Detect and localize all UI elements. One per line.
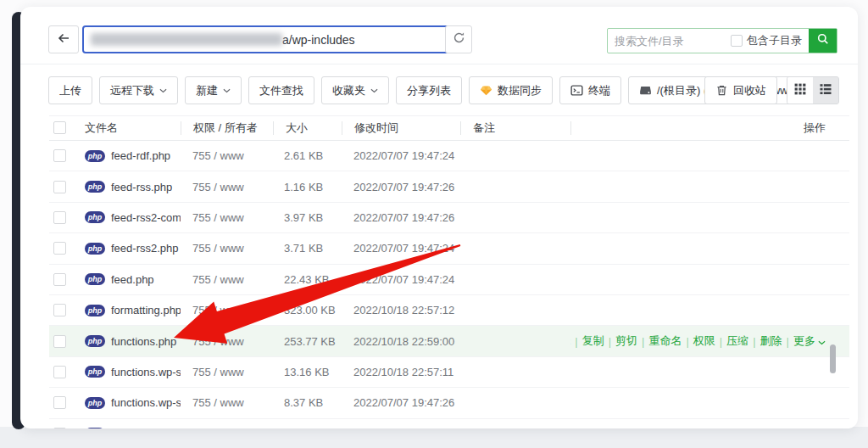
recycle-bin-button[interactable]: 回收站 [704, 76, 777, 104]
php-file-icon: php [85, 211, 105, 223]
toolbar-button-label: 新建 [196, 83, 218, 98]
row-checkbox[interactable] [53, 366, 66, 378]
toolbar-button-label: 远程下载 [110, 83, 154, 98]
action-separator: | [686, 335, 688, 348]
back-button[interactable] [48, 25, 79, 53]
file-action-link[interactable]: 重命名 [648, 333, 682, 349]
row-checkbox[interactable] [53, 181, 66, 193]
table-row[interactable]: phpfeed-rss2-com...755 / www3.97 KB2022/… [49, 203, 849, 233]
refresh-button[interactable] [445, 25, 472, 53]
file-name[interactable]: feed-rss.php [111, 181, 172, 193]
file-action-link[interactable]: 剪切 [615, 333, 637, 349]
more-actions-label: 更多 [793, 333, 815, 349]
search-button[interactable] [809, 29, 837, 53]
toolbar-button-5[interactable]: 分享列表 [396, 76, 462, 104]
toolbar-button-label: 终端 [588, 83, 610, 98]
row-checkbox[interactable] [53, 211, 66, 224]
scrollbar-thumb[interactable] [830, 344, 836, 373]
file-action-link[interactable]: 删除 [760, 333, 782, 349]
file-name[interactable]: feed-rdf.php [111, 149, 170, 162]
row-checkbox[interactable] [53, 428, 66, 428]
chevron-down-icon [370, 88, 378, 93]
row-checkbox[interactable] [53, 396, 66, 409]
header-size[interactable]: 大小 [273, 121, 342, 135]
file-action-link[interactable]: 压缩 [726, 333, 748, 349]
row-checkbox[interactable] [53, 149, 66, 162]
toolbar-button-1[interactable]: 远程下载 [99, 76, 178, 104]
recycle-bin-label: 回收站 [733, 83, 766, 98]
header-permission-owner[interactable]: 权限 / 所有者 [181, 121, 273, 135]
file-permission: 755 / www [181, 366, 273, 378]
grid-view-icon [794, 83, 806, 98]
include-subdir-checkbox[interactable] [731, 35, 743, 47]
table-row[interactable]: phpformatting.php755 / www323.00 KB2022/… [49, 295, 849, 326]
php-file-icon: php [85, 273, 105, 285]
table-row[interactable]: phpfeed-rss2.php755 / www3.71 KB2022/07/… [49, 233, 849, 264]
file-name[interactable]: functions.wp-sc... [111, 366, 181, 378]
action-separator: | [753, 335, 755, 348]
grid-view-button[interactable] [787, 77, 813, 104]
file-size: 155.85 KB [273, 428, 342, 428]
file-name[interactable]: formatting.php [111, 304, 181, 316]
search-input[interactable] [608, 35, 731, 48]
more-actions-link[interactable]: 更多 [793, 333, 826, 349]
table-row[interactable]: phpgeneral-templat...755 / www155.85 KB2… [49, 419, 849, 428]
chevron-down-icon [818, 335, 826, 348]
row-checkbox[interactable] [53, 304, 66, 316]
toolbar-button-7[interactable]: 终端 [559, 76, 621, 104]
table-row[interactable]: phpfunctions.wp-st...755 / www8.37 KB202… [49, 388, 849, 418]
php-file-icon: php [85, 335, 105, 347]
header-mtime[interactable]: 修改时间 [342, 121, 460, 135]
php-file-icon: php [85, 305, 105, 316]
table-row[interactable]: phpfunctions.wp-sc...755 / www13.16 KB20… [49, 357, 849, 388]
header-filename[interactable]: 文件名 [81, 121, 181, 135]
toolbar-button-2[interactable]: 新建 [185, 76, 242, 104]
terminal-icon [570, 84, 583, 97]
file-name[interactable]: general-templat... [111, 428, 181, 428]
table-row[interactable]: phpfeed.php755 / www22.43 KB2022/07/07 1… [49, 265, 849, 295]
table-row[interactable]: phpfunctions.php755 / www253.77 KB2022/1… [49, 326, 849, 356]
row-checkbox[interactable] [53, 273, 66, 286]
left-arrow-icon [57, 31, 70, 48]
file-name[interactable]: feed-rss2-com... [111, 211, 181, 224]
file-size: 13.16 KB [273, 366, 342, 378]
table-row[interactable]: phpfeed-rss.php755 / www1.16 KB2022/07/0… [49, 171, 849, 202]
file-mtime: 2022/07/07 19:47:26 [342, 181, 460, 193]
file-size: 1.16 KB [273, 181, 342, 193]
file-name[interactable]: feed-rss2.php [111, 242, 179, 255]
file-permission: 755 / www [181, 242, 273, 255]
file-name[interactable]: functions.wp-st... [111, 396, 181, 409]
file-mtime: 2022/07/07 19:47:26 [342, 211, 460, 224]
list-view-button[interactable] [813, 77, 838, 104]
action-separator: | [609, 335, 611, 348]
file-name[interactable]: functions.php [111, 335, 176, 348]
file-manager-panel: a/wp-includes 包含子目录 上传远程下载新建文件查找收藏夹分享列表数… [20, 7, 858, 428]
toolbar-button-6[interactable]: 数据同步 [469, 76, 553, 104]
table-row[interactable]: phpfeed-rdf.php755 / www2.61 KB2022/07/0… [49, 141, 849, 171]
row-checkbox[interactable] [53, 335, 66, 348]
gem-icon [480, 84, 492, 97]
file-size: 8.37 KB [273, 396, 342, 409]
chevron-down-icon [159, 88, 167, 93]
file-permission: 755 / www [181, 335, 273, 348]
trash-icon [715, 84, 728, 97]
file-permission: 755 / www [181, 273, 273, 286]
php-file-icon: php [85, 181, 105, 193]
toolbar-button-label: 文件查找 [259, 83, 303, 98]
path-input[interactable]: a/wp-includes [82, 25, 463, 53]
file-action-link[interactable]: 权限 [693, 333, 715, 349]
header-note[interactable]: 备注 [460, 121, 570, 135]
file-size: 3.97 KB [273, 211, 342, 224]
action-separator: | [575, 335, 577, 348]
row-checkbox[interactable] [53, 242, 66, 255]
file-name[interactable]: feed.php [111, 273, 154, 286]
disk-icon [639, 84, 652, 97]
toolbar-button-0[interactable]: 上传 [48, 76, 92, 104]
file-mtime: 2022/10/18 22:57:12 [342, 304, 460, 316]
select-all-checkbox[interactable] [53, 121, 66, 134]
file-permission: 755 / www [181, 181, 273, 193]
redacted-path [91, 33, 282, 46]
file-action-link[interactable]: 复制 [582, 333, 604, 349]
toolbar-button-3[interactable]: 文件查找 [248, 76, 314, 104]
toolbar-button-4[interactable]: 收藏夹 [321, 76, 389, 104]
